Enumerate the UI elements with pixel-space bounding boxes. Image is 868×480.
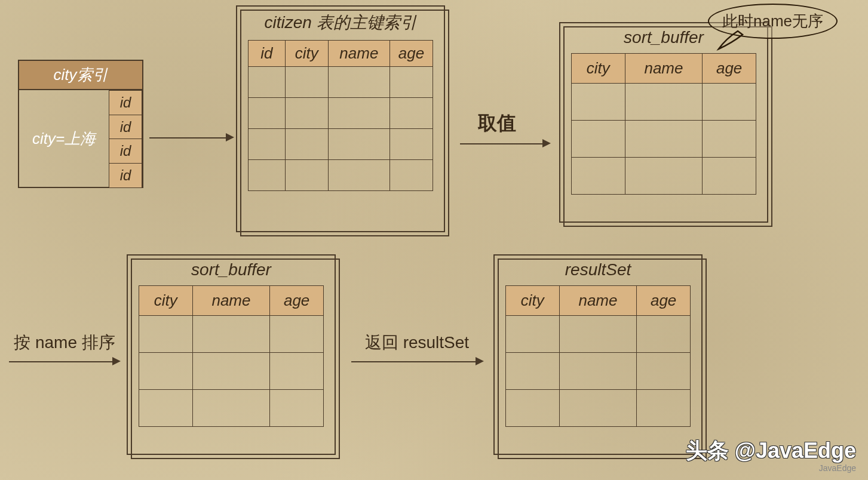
city-index-id-list: id id id id bbox=[109, 90, 142, 187]
speech-tail-icon bbox=[714, 30, 750, 54]
city-index-id: id bbox=[109, 90, 142, 115]
city-index-title: city索引 bbox=[19, 61, 142, 90]
col-age: age bbox=[637, 286, 691, 316]
arrow-return-head bbox=[476, 357, 484, 365]
col-city: city bbox=[572, 54, 625, 84]
col-city: city bbox=[285, 41, 328, 67]
sort-buffer-2-table: city name age bbox=[139, 285, 324, 427]
sort-buffer-2-box: sort_buffer city name age bbox=[127, 254, 336, 455]
arrow-sort-label: 按 name 排序 bbox=[11, 331, 118, 354]
primary-index-box: citizen 表的主键索引 id city name age bbox=[236, 5, 445, 232]
col-name: name bbox=[192, 286, 270, 316]
city-index-box: city索引 city=上海 id id id id bbox=[18, 60, 143, 188]
resultset-title: resultSet bbox=[495, 256, 701, 285]
arrow-return bbox=[351, 361, 477, 362]
arrow-get-value-head bbox=[542, 139, 551, 147]
speech-bubble: 此时name无序 bbox=[708, 4, 838, 39]
watermark-main: 头条 @JavaEdge bbox=[686, 436, 856, 466]
arrow-get-value-label: 取值 bbox=[478, 110, 516, 137]
col-city: city bbox=[139, 286, 193, 316]
arrow-get-value bbox=[460, 143, 544, 144]
resultset-box: resultSet city name age bbox=[493, 254, 703, 455]
col-name: name bbox=[625, 54, 703, 84]
col-city: city bbox=[506, 286, 560, 316]
col-age: age bbox=[389, 41, 433, 67]
col-name: name bbox=[328, 41, 389, 67]
primary-index-title: citizen 表的主键索引 bbox=[237, 7, 444, 40]
city-index-id: id bbox=[109, 163, 142, 188]
resultset-table: city name age bbox=[505, 285, 691, 427]
arrow-return-label: 返回 resultSet bbox=[351, 331, 483, 354]
sort-buffer-1-table: city name age bbox=[571, 53, 756, 195]
arrow-to-primary-head bbox=[226, 133, 234, 141]
city-index-id: id bbox=[109, 115, 142, 140]
arrow-sort-head bbox=[112, 357, 121, 365]
col-age: age bbox=[270, 286, 324, 316]
city-index-id: id bbox=[109, 139, 142, 164]
col-name: name bbox=[559, 286, 637, 316]
arrow-sort bbox=[9, 361, 114, 362]
col-age: age bbox=[703, 54, 756, 84]
city-index-condition: city=上海 bbox=[19, 90, 109, 187]
watermark: 头条 @JavaEdge JavaEdge bbox=[686, 436, 856, 473]
sort-buffer-2-title: sort_buffer bbox=[128, 256, 335, 285]
col-id: id bbox=[249, 41, 286, 67]
primary-index-table: id city name age bbox=[248, 40, 433, 191]
arrow-to-primary bbox=[149, 137, 227, 139]
